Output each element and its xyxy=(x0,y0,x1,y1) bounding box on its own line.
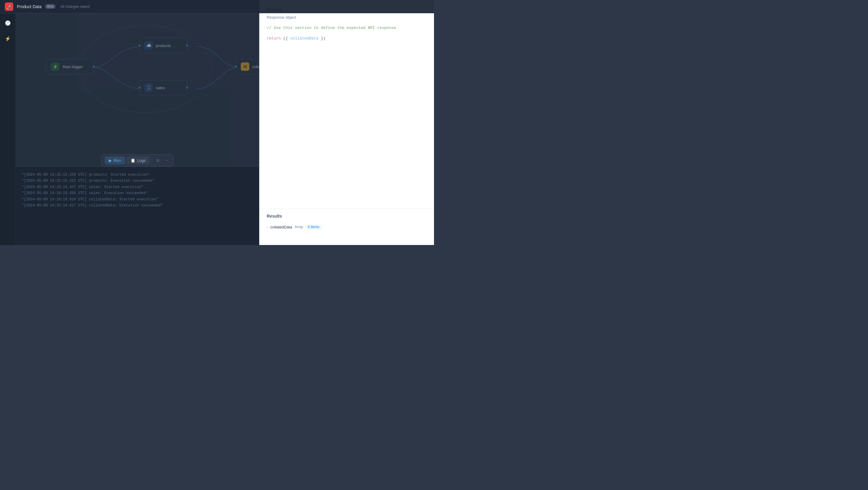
log-line-1: "[2024-05-09 14:26:19.229 UTC] products:… xyxy=(22,172,253,178)
products-icon: ☁️ xyxy=(144,41,153,50)
sidebar-bolt-icon[interactable]: ⚡ xyxy=(3,34,13,43)
results-key: collatedData xyxy=(270,225,292,229)
trigger-output-dot xyxy=(92,65,95,68)
products-input-dot xyxy=(138,44,141,47)
trigger-icon: ⚡ xyxy=(51,62,59,71)
canvas-toolbar: ▶ Run 📋 Logs ⊙ − xyxy=(101,154,174,167)
save-status: All changes saved xyxy=(60,4,90,9)
sales-label: sales xyxy=(156,86,165,90)
sales-icon: 🗄️ xyxy=(144,84,153,92)
topbar: 🚀 Product Data Beta All changes saved xyxy=(0,0,434,13)
sidebar-history-icon[interactable]: 🕐 xyxy=(3,18,13,28)
zoom-out-button[interactable]: − xyxy=(163,156,170,164)
sidebar: 🕐 ⚡ xyxy=(0,13,16,245)
zoom-fit-icon: ⊙ xyxy=(156,158,159,163)
flow-canvas: ⚡ Start trigger ☁️ products 🗄️ sales JS … xyxy=(16,13,259,245)
code-open-paren: ({ xyxy=(283,36,288,41)
products-output-dot xyxy=(186,44,189,47)
response-object-label: Response object xyxy=(267,15,427,20)
results-section-title: Results xyxy=(267,214,427,218)
result-section: Result Response object // Use this secti… xyxy=(259,0,434,209)
log-line-4: "[2024-05-09 14:26:19.456 UTC] sales: Ex… xyxy=(22,190,253,196)
sales-node[interactable]: 🗄️ sales xyxy=(139,80,187,95)
right-panel: Result Response object // Use this secti… xyxy=(259,0,434,245)
app-title: Product Data xyxy=(17,4,41,9)
run-button[interactable]: ▶ Run xyxy=(104,156,125,164)
toolbar-divider xyxy=(152,158,152,164)
logo-icon: 🚀 xyxy=(7,4,12,9)
results-section: Results › collatedData Array 4 items xyxy=(259,209,434,245)
code-comment-line: // Use this section to define the expect… xyxy=(267,24,427,31)
run-icon: ▶ xyxy=(109,158,112,163)
code-return-line: return ({ collatedData }) xyxy=(267,35,427,42)
log-line-5: "[2024-05-09 14:26:19.614 UTC] collatedD… xyxy=(22,196,253,203)
trigger-label: Start trigger xyxy=(62,64,83,69)
connections-svg xyxy=(16,13,259,167)
products-label: products xyxy=(156,43,171,48)
results-chevron-icon: › xyxy=(267,225,268,229)
logs-button[interactable]: 📋 Logs xyxy=(126,156,150,164)
results-count: 4 items xyxy=(306,224,321,229)
run-label: Run xyxy=(114,158,121,163)
app-logo[interactable]: 🚀 xyxy=(5,2,13,11)
log-line-6: "[2024-05-09 14:26:19.617 UTC] collatedD… xyxy=(22,203,253,209)
log-line-3: "[2024-05-09 14:26:19.437 UTC] sales: St… xyxy=(22,184,253,190)
sales-output-dot xyxy=(186,86,189,89)
zoom-out-icon: − xyxy=(165,158,168,163)
results-type: Array xyxy=(294,225,303,229)
collated-input-dot xyxy=(235,65,238,68)
collated-icon: JS xyxy=(241,62,249,71)
collated-node[interactable]: JS collate... xyxy=(236,59,259,74)
log-line-2: "[2024-05-09 14:26:19.322 UTC] products:… xyxy=(22,178,253,184)
products-node[interactable]: ☁️ products xyxy=(139,38,187,53)
code-return-keyword: return xyxy=(267,36,283,41)
sales-input-dot xyxy=(138,86,141,89)
logs-label: Logs xyxy=(137,158,146,163)
start-trigger-node[interactable]: ⚡ Start trigger xyxy=(46,59,94,74)
zoom-fit-button[interactable]: ⊙ xyxy=(154,156,162,164)
collated-label: collate... xyxy=(252,64,259,69)
flow-area: ⚡ Start trigger ☁️ products 🗄️ sales JS … xyxy=(16,13,259,167)
log-panel: "[2024-05-09 14:26:19.229 UTC] products:… xyxy=(16,167,259,245)
logs-icon: 📋 xyxy=(130,158,135,163)
code-var-name: collatedData xyxy=(290,36,318,41)
code-block: // Use this section to define the expect… xyxy=(267,24,427,42)
results-item-collated[interactable]: › collatedData Array 4 items xyxy=(267,222,427,232)
beta-badge: Beta xyxy=(45,4,56,9)
code-close-paren: }) xyxy=(321,36,326,41)
